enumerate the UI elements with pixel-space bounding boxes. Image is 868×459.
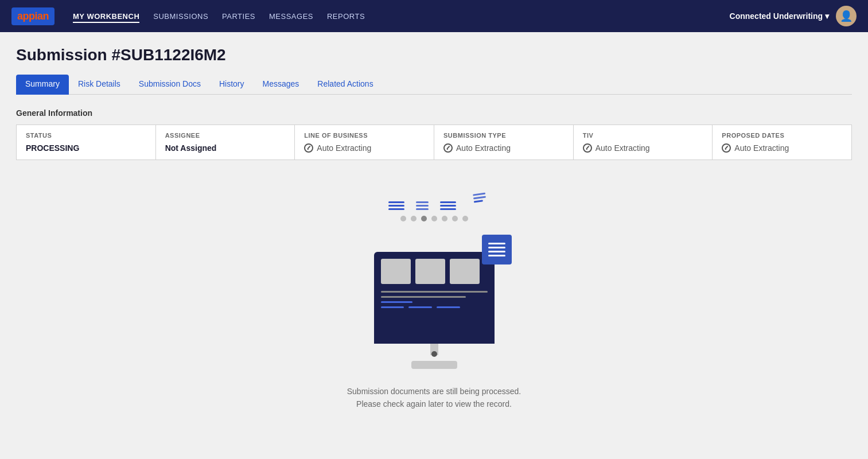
- top-navigation: appian MY WORKBENCHSUBMISSIONSPARTIESMES…: [0, 0, 868, 32]
- auto-extracting-text: Auto Extracting: [734, 143, 789, 153]
- info-label: PROPOSED DATES: [722, 132, 842, 139]
- info-label: SUBMISSION TYPE: [443, 132, 564, 139]
- screen-block-3: [450, 259, 480, 284]
- doc-lines-1: [388, 201, 404, 210]
- info-value: PROCESSING: [26, 143, 146, 153]
- auto-extracting-text: Auto Extracting: [456, 143, 511, 153]
- clock-icon: [443, 143, 453, 153]
- processing-message-line2: Please check again later to view the rec…: [347, 398, 521, 410]
- screen-line-blue-4: [437, 306, 460, 308]
- tab-risk-details[interactable]: Risk Details: [69, 75, 130, 95]
- info-value: Not Assigned: [165, 143, 286, 153]
- dot-6: [452, 216, 458, 221]
- dot-5: [442, 216, 447, 221]
- doc-line: [388, 201, 404, 203]
- doc-line: [473, 193, 485, 196]
- fdl-2: [488, 247, 505, 248]
- screen-line-blue-1: [381, 301, 413, 303]
- auto-extracting-text: Auto Extracting: [595, 143, 650, 153]
- nav-right: Connected Underwriting ▾ 👤: [730, 6, 857, 26]
- screen-block-2: [415, 259, 445, 284]
- monitor-illustration: [374, 252, 495, 369]
- appian-logo[interactable]: appian: [11, 7, 55, 25]
- nav-link-my-workbench[interactable]: MY WORKBENCH: [73, 10, 139, 23]
- doc-line: [416, 201, 429, 203]
- doc-line: [440, 201, 456, 203]
- page-content: Submission #SUB1122I6M2 SummaryRisk Deta…: [0, 32, 868, 459]
- screen-lines: [381, 291, 488, 308]
- clock-icon: [304, 143, 313, 153]
- clock-icon: [583, 143, 592, 153]
- info-value: Auto Extracting: [583, 143, 703, 153]
- doc-line: [388, 205, 404, 207]
- floating-doc-lines: [488, 243, 505, 256]
- monitor-stand-base: [411, 361, 457, 369]
- tab-submission-docs[interactable]: Submission Docs: [130, 75, 210, 95]
- org-label[interactable]: Connected Underwriting ▾: [730, 11, 829, 21]
- screen-line-blue-3: [408, 306, 432, 308]
- dot-3: [421, 216, 427, 221]
- info-value: Auto Extracting: [304, 143, 425, 153]
- info-label: ASSIGNEE: [165, 132, 286, 139]
- illustration-area: Submission documents are still being pro…: [16, 178, 852, 445]
- processing-message: Submission documents are still being pro…: [347, 385, 521, 411]
- info-cell-line-of-business: LINE OF BUSINESSAuto Extracting: [295, 125, 434, 160]
- info-cell-tiv: TIVAuto Extracting: [574, 125, 713, 160]
- fdl-3: [488, 251, 505, 252]
- info-value: Auto Extracting: [443, 143, 564, 153]
- info-label: STATUS: [26, 132, 146, 139]
- doc-line: [440, 205, 456, 207]
- monitor-screen: [374, 252, 495, 344]
- nav-left: appian MY WORKBENCHSUBMISSIONSPARTIESMES…: [11, 7, 365, 25]
- dot-2: [411, 216, 417, 221]
- screen-block-1: [381, 259, 411, 284]
- monitor-dot: [431, 351, 437, 357]
- doc-lines-3: [440, 201, 456, 210]
- doc-lines-2: [416, 201, 429, 210]
- info-cell-assignee: ASSIGNEENot Assigned: [156, 125, 295, 160]
- tab-summary[interactable]: Summary: [16, 75, 69, 95]
- doc-line: [473, 196, 485, 199]
- floating-docs-row: [388, 201, 480, 210]
- info-label: LINE OF BUSINESS: [304, 132, 425, 139]
- doc-line: [416, 205, 429, 207]
- nav-links: MY WORKBENCHSUBMISSIONSPARTIESMESSAGESRE…: [73, 10, 365, 23]
- tab-history[interactable]: History: [210, 75, 254, 95]
- screen-line-1: [381, 291, 488, 293]
- doc-lines-scatter: [473, 193, 486, 203]
- info-table: STATUSPROCESSINGASSIGNEENot AssignedLINE…: [16, 125, 852, 160]
- fdl-1: [488, 243, 505, 244]
- info-cell-submission-type: SUBMISSION TYPEAuto Extracting: [434, 125, 574, 160]
- dot-4: [431, 216, 437, 221]
- general-info-title: General Information: [16, 108, 852, 118]
- logo-text: appian: [17, 10, 49, 22]
- progress-dots: [400, 216, 468, 221]
- fdl-4: [488, 255, 505, 256]
- nav-link-parties[interactable]: PARTIES: [222, 10, 255, 23]
- auto-extracting-text: Auto Extracting: [317, 143, 371, 153]
- avatar[interactable]: 👤: [836, 6, 857, 26]
- screen-top-blocks: [381, 259, 488, 284]
- screen-line-blue-2: [381, 306, 404, 308]
- tab-messages[interactable]: Messages: [254, 75, 309, 95]
- dot-1: [400, 216, 406, 221]
- nav-link-messages[interactable]: MESSAGES: [269, 10, 313, 23]
- nav-link-submissions[interactable]: SUBMISSIONS: [153, 10, 208, 23]
- doc-line: [440, 208, 456, 210]
- info-value: Auto Extracting: [722, 143, 842, 153]
- info-cell-status: STATUSPROCESSING: [17, 125, 156, 160]
- nav-link-reports[interactable]: REPORTS: [327, 10, 365, 23]
- info-cell-proposed-dates: PROPOSED DATESAuto Extracting: [713, 125, 851, 160]
- page-title: Submission #SUB1122I6M2: [16, 46, 852, 64]
- tab-related-actions[interactable]: Related Actions: [308, 75, 382, 95]
- floating-document-icon: [482, 235, 512, 264]
- processing-message-line1: Submission documents are still being pro…: [347, 385, 521, 398]
- dot-7: [462, 216, 468, 221]
- clock-icon: [722, 143, 731, 153]
- doc-line: [388, 208, 404, 210]
- screen-line-2: [381, 296, 466, 298]
- tab-bar: SummaryRisk DetailsSubmission DocsHistor…: [16, 75, 852, 95]
- doc-line: [473, 200, 482, 203]
- doc-line: [416, 208, 429, 210]
- info-label: TIV: [583, 132, 703, 139]
